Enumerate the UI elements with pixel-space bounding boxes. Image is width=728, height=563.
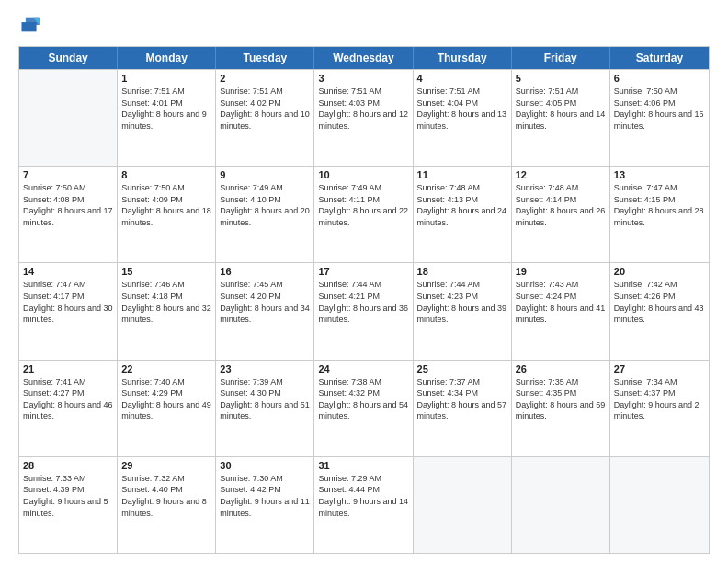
cal-cell-day-3: 3Sunrise: 7:51 AM Sunset: 4:03 PM Daylig… (314, 70, 413, 166)
cal-week-1: 1Sunrise: 7:51 AM Sunset: 4:01 PM Daylig… (19, 69, 709, 166)
cal-cell-empty (19, 70, 118, 166)
day-info: Sunrise: 7:41 AM Sunset: 4:27 PM Dayligh… (23, 376, 113, 422)
cal-header-friday: Friday (512, 47, 610, 69)
day-number: 4 (417, 73, 507, 84)
day-info: Sunrise: 7:48 AM Sunset: 4:14 PM Dayligh… (516, 182, 606, 228)
cal-week-3: 14Sunrise: 7:47 AM Sunset: 4:17 PM Dayli… (19, 262, 709, 359)
cal-cell-day-1: 1Sunrise: 7:51 AM Sunset: 4:01 PM Daylig… (118, 70, 216, 166)
day-number: 1 (121, 73, 211, 84)
cal-cell-day-20: 20Sunrise: 7:42 AM Sunset: 4:26 PM Dayli… (610, 263, 709, 359)
cal-cell-day-15: 15Sunrise: 7:46 AM Sunset: 4:18 PM Dayli… (118, 263, 216, 359)
day-number: 24 (318, 363, 408, 374)
svg-marker-1 (21, 22, 36, 31)
logo-icon (20, 15, 40, 35)
calendar-body: 1Sunrise: 7:51 AM Sunset: 4:01 PM Daylig… (19, 69, 709, 553)
cal-header-saturday: Saturday (610, 47, 709, 69)
day-info: Sunrise: 7:47 AM Sunset: 4:17 PM Dayligh… (23, 279, 113, 325)
cal-cell-day-13: 13Sunrise: 7:47 AM Sunset: 4:15 PM Dayli… (610, 167, 709, 262)
day-info: Sunrise: 7:51 AM Sunset: 4:04 PM Dayligh… (417, 86, 507, 132)
day-number: 22 (121, 363, 211, 374)
day-number: 12 (516, 169, 606, 180)
day-info: Sunrise: 7:32 AM Sunset: 4:40 PM Dayligh… (121, 473, 211, 519)
day-number: 28 (23, 460, 113, 471)
day-info: Sunrise: 7:46 AM Sunset: 4:18 PM Dayligh… (121, 279, 211, 325)
day-number: 27 (614, 363, 705, 374)
page-header (18, 15, 710, 39)
day-number: 13 (614, 169, 705, 180)
cal-cell-day-11: 11Sunrise: 7:48 AM Sunset: 4:13 PM Dayli… (414, 167, 512, 262)
day-number: 17 (318, 266, 408, 277)
day-info: Sunrise: 7:42 AM Sunset: 4:26 PM Dayligh… (614, 279, 705, 325)
day-number: 19 (516, 266, 606, 277)
day-info: Sunrise: 7:51 AM Sunset: 4:02 PM Dayligh… (220, 86, 310, 132)
day-info: Sunrise: 7:34 AM Sunset: 4:37 PM Dayligh… (614, 376, 705, 422)
day-info: Sunrise: 7:37 AM Sunset: 4:34 PM Dayligh… (417, 376, 507, 422)
day-info: Sunrise: 7:40 AM Sunset: 4:29 PM Dayligh… (121, 376, 211, 422)
day-info: Sunrise: 7:48 AM Sunset: 4:13 PM Dayligh… (417, 182, 507, 228)
cal-cell-day-8: 8Sunrise: 7:50 AM Sunset: 4:09 PM Daylig… (118, 167, 216, 262)
day-info: Sunrise: 7:51 AM Sunset: 4:05 PM Dayligh… (516, 86, 606, 132)
cal-cell-day-28: 28Sunrise: 7:33 AM Sunset: 4:39 PM Dayli… (19, 457, 118, 553)
day-number: 6 (614, 73, 705, 84)
cal-cell-day-25: 25Sunrise: 7:37 AM Sunset: 4:34 PM Dayli… (414, 361, 512, 456)
day-number: 2 (220, 73, 310, 84)
day-info: Sunrise: 7:43 AM Sunset: 4:24 PM Dayligh… (516, 279, 606, 325)
cal-week-5: 28Sunrise: 7:33 AM Sunset: 4:39 PM Dayli… (19, 456, 709, 553)
day-number: 10 (318, 169, 408, 180)
day-number: 9 (220, 169, 310, 180)
day-number: 15 (121, 266, 211, 277)
day-info: Sunrise: 7:45 AM Sunset: 4:20 PM Dayligh… (220, 279, 310, 325)
day-number: 8 (121, 169, 211, 180)
day-number: 14 (23, 266, 113, 277)
day-info: Sunrise: 7:39 AM Sunset: 4:30 PM Dayligh… (220, 376, 310, 422)
day-info: Sunrise: 7:33 AM Sunset: 4:39 PM Dayligh… (23, 473, 113, 519)
cal-cell-day-17: 17Sunrise: 7:44 AM Sunset: 4:21 PM Dayli… (314, 263, 413, 359)
cal-header-thursday: Thursday (414, 47, 512, 69)
day-info: Sunrise: 7:44 AM Sunset: 4:21 PM Dayligh… (318, 279, 408, 325)
day-info: Sunrise: 7:50 AM Sunset: 4:09 PM Dayligh… (121, 182, 211, 228)
cal-cell-day-21: 21Sunrise: 7:41 AM Sunset: 4:27 PM Dayli… (19, 361, 118, 456)
logo (18, 15, 44, 39)
cal-cell-empty (610, 457, 709, 553)
cal-week-2: 7Sunrise: 7:50 AM Sunset: 4:08 PM Daylig… (19, 166, 709, 262)
day-number: 5 (516, 73, 606, 84)
cal-cell-day-19: 19Sunrise: 7:43 AM Sunset: 4:24 PM Dayli… (512, 263, 610, 359)
cal-cell-day-14: 14Sunrise: 7:47 AM Sunset: 4:17 PM Dayli… (19, 263, 118, 359)
cal-cell-day-10: 10Sunrise: 7:49 AM Sunset: 4:11 PM Dayli… (314, 167, 413, 262)
cal-header-sunday: Sunday (19, 47, 118, 69)
day-info: Sunrise: 7:35 AM Sunset: 4:35 PM Dayligh… (516, 376, 606, 422)
day-number: 25 (417, 363, 507, 374)
cal-header-wednesday: Wednesday (314, 47, 413, 69)
day-number: 11 (417, 169, 507, 180)
day-info: Sunrise: 7:30 AM Sunset: 4:42 PM Dayligh… (220, 473, 310, 519)
cal-header-tuesday: Tuesday (216, 47, 314, 69)
day-info: Sunrise: 7:29 AM Sunset: 4:44 PM Dayligh… (318, 473, 408, 519)
day-number: 20 (614, 266, 705, 277)
cal-cell-day-27: 27Sunrise: 7:34 AM Sunset: 4:37 PM Dayli… (610, 361, 709, 456)
cal-cell-day-23: 23Sunrise: 7:39 AM Sunset: 4:30 PM Dayli… (216, 361, 314, 456)
cal-cell-day-26: 26Sunrise: 7:35 AM Sunset: 4:35 PM Dayli… (512, 361, 610, 456)
calendar-grid: SundayMondayTuesdayWednesdayThursdayFrid… (18, 46, 710, 554)
cal-cell-day-5: 5Sunrise: 7:51 AM Sunset: 4:05 PM Daylig… (512, 70, 610, 166)
day-info: Sunrise: 7:50 AM Sunset: 4:06 PM Dayligh… (614, 86, 705, 132)
day-number: 30 (220, 460, 310, 471)
day-number: 3 (318, 73, 408, 84)
cal-cell-day-4: 4Sunrise: 7:51 AM Sunset: 4:04 PM Daylig… (414, 70, 512, 166)
day-number: 16 (220, 266, 310, 277)
cal-cell-empty (512, 457, 610, 553)
cal-cell-day-2: 2Sunrise: 7:51 AM Sunset: 4:02 PM Daylig… (216, 70, 314, 166)
calendar-page: SundayMondayTuesdayWednesdayThursdayFrid… (0, 0, 728, 563)
cal-week-4: 21Sunrise: 7:41 AM Sunset: 4:27 PM Dayli… (19, 360, 709, 456)
day-number: 21 (23, 363, 113, 374)
cal-cell-day-12: 12Sunrise: 7:48 AM Sunset: 4:14 PM Dayli… (512, 167, 610, 262)
cal-cell-day-31: 31Sunrise: 7:29 AM Sunset: 4:44 PM Dayli… (314, 457, 413, 553)
day-info: Sunrise: 7:51 AM Sunset: 4:01 PM Dayligh… (121, 86, 211, 132)
cal-cell-day-6: 6Sunrise: 7:50 AM Sunset: 4:06 PM Daylig… (610, 70, 709, 166)
day-number: 26 (516, 363, 606, 374)
day-number: 31 (318, 460, 408, 471)
day-number: 23 (220, 363, 310, 374)
cal-cell-day-16: 16Sunrise: 7:45 AM Sunset: 4:20 PM Dayli… (216, 263, 314, 359)
day-info: Sunrise: 7:50 AM Sunset: 4:08 PM Dayligh… (23, 182, 113, 228)
cal-cell-day-7: 7Sunrise: 7:50 AM Sunset: 4:08 PM Daylig… (19, 167, 118, 262)
day-info: Sunrise: 7:44 AM Sunset: 4:23 PM Dayligh… (417, 279, 507, 325)
